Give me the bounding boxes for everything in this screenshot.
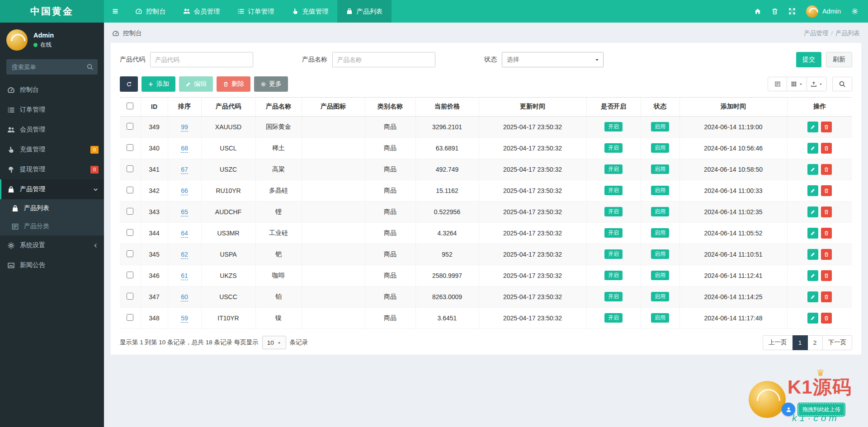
cell-checkbox bbox=[120, 159, 141, 180]
edit-button[interactable]: 编辑 bbox=[179, 76, 213, 92]
row-checkbox[interactable] bbox=[127, 314, 133, 321]
topnav-item-0[interactable]: 控制台 bbox=[127, 0, 175, 23]
edit-row-button[interactable] bbox=[807, 291, 818, 302]
status-select[interactable]: 选择 bbox=[502, 52, 604, 67]
more-button[interactable]: 更多 bbox=[254, 76, 288, 92]
sort-editable-link[interactable]: 99 bbox=[181, 123, 188, 131]
column-checkbox bbox=[120, 98, 141, 116]
cell-code: USCL bbox=[201, 137, 255, 159]
row-checkbox[interactable] bbox=[127, 144, 133, 151]
delete-row-button[interactable] bbox=[821, 291, 832, 302]
clear-cache-button[interactable] bbox=[766, 0, 783, 23]
row-checkbox[interactable] bbox=[127, 272, 133, 278]
edit-row-button[interactable] bbox=[807, 228, 818, 239]
edit-row-button[interactable] bbox=[807, 270, 818, 281]
next-page-button[interactable]: 下一页 bbox=[822, 335, 853, 350]
sort-editable-link[interactable]: 60 bbox=[181, 293, 188, 301]
sidebar-toggle-button[interactable] bbox=[104, 0, 127, 23]
sort-editable-link[interactable]: 68 bbox=[181, 145, 188, 153]
page-button-2[interactable]: 2 bbox=[807, 335, 823, 350]
topnav-item-1[interactable]: 会员管理 bbox=[175, 0, 229, 23]
delete-row-button[interactable] bbox=[821, 249, 832, 260]
refresh-button[interactable]: 刷新 bbox=[826, 52, 852, 67]
submit-button[interactable]: 提交 bbox=[796, 52, 821, 67]
user-menu[interactable]: Admin bbox=[801, 0, 846, 23]
edit-row-button[interactable] bbox=[807, 122, 818, 132]
sort-editable-link[interactable]: 66 bbox=[181, 187, 188, 195]
sidebar-item-2[interactable]: 会员管理 bbox=[0, 120, 104, 140]
delete-row-button[interactable] bbox=[821, 270, 832, 281]
upload-dropzone[interactable]: 拖拽到此处上传 bbox=[798, 404, 844, 416]
select-all-checkbox[interactable] bbox=[127, 103, 133, 109]
pencil-icon bbox=[810, 273, 816, 278]
sort-editable-link[interactable]: 64 bbox=[181, 230, 188, 238]
delete-button[interactable]: 删除 bbox=[217, 76, 250, 92]
prev-page-button[interactable]: 上一页 bbox=[763, 335, 793, 350]
page-button-1[interactable]: 1 bbox=[793, 335, 808, 350]
delete-row-button[interactable] bbox=[821, 313, 832, 324]
edit-row-button[interactable] bbox=[807, 185, 818, 196]
share-button[interactable] bbox=[782, 403, 795, 416]
sidebar-item-1[interactable]: 订单管理 bbox=[0, 100, 104, 120]
product-name-input[interactable] bbox=[332, 52, 435, 67]
sort-editable-link[interactable]: 67 bbox=[181, 166, 188, 174]
search-icon[interactable] bbox=[86, 63, 94, 70]
detail-view-button[interactable] bbox=[768, 77, 787, 91]
sidebar-item-0[interactable]: 控制台 bbox=[0, 80, 104, 100]
cell-name: 多晶硅 bbox=[255, 180, 302, 201]
summary-suffix: 条记录 bbox=[290, 338, 308, 347]
delete-row-button[interactable] bbox=[821, 185, 832, 196]
row-checkbox[interactable] bbox=[127, 293, 133, 300]
sort-editable-link[interactable]: 59 bbox=[181, 314, 188, 323]
edit-row-button[interactable] bbox=[807, 164, 818, 175]
brand-logo[interactable]: 中国黄金 bbox=[0, 0, 104, 23]
add-button[interactable]: 添加 bbox=[142, 76, 175, 92]
product-code-input[interactable] bbox=[150, 52, 253, 67]
sort-editable-link[interactable]: 61 bbox=[181, 272, 188, 280]
cell-category: 商品 bbox=[365, 286, 415, 307]
row-checkbox[interactable] bbox=[127, 229, 133, 236]
row-checkbox[interactable] bbox=[127, 123, 133, 130]
page-size-select[interactable]: 10 bbox=[262, 336, 286, 349]
export-button[interactable] bbox=[807, 77, 827, 91]
sidebar-item-7[interactable]: 新闻公告 bbox=[0, 255, 104, 275]
search-input[interactable] bbox=[6, 59, 98, 75]
topnav-item-3[interactable]: 充值管理 bbox=[283, 0, 337, 23]
fullscreen-button[interactable] bbox=[783, 0, 801, 23]
row-checkbox[interactable] bbox=[127, 208, 133, 215]
sidebar-item-5[interactable]: 产品管理 bbox=[0, 179, 104, 199]
filter-form: 产品代码 产品名称 状态 选择 提交 刷新 bbox=[120, 52, 852, 75]
sidebar-subitem-1[interactable]: 产品分类 bbox=[0, 217, 104, 235]
delete-row-button[interactable] bbox=[821, 143, 832, 154]
row-checkbox[interactable] bbox=[127, 187, 133, 193]
reload-button[interactable] bbox=[120, 76, 138, 92]
pencil-icon bbox=[810, 167, 816, 172]
sidebar-item-3[interactable]: 充值管理0 bbox=[0, 140, 104, 160]
sidebar-subitem-0[interactable]: 产品列表 bbox=[0, 199, 104, 217]
table-search-button[interactable] bbox=[832, 77, 852, 91]
row-checkbox[interactable] bbox=[127, 250, 133, 257]
delete-row-button[interactable] bbox=[821, 206, 832, 217]
sidebar-item-6[interactable]: 系统设置 bbox=[0, 235, 104, 255]
row-checkbox[interactable] bbox=[127, 165, 133, 172]
topnav-item-2[interactable]: 订单管理 bbox=[229, 0, 283, 23]
edit-row-button[interactable] bbox=[807, 249, 818, 260]
table-row: 34365AUDCHF锂商品0.5229562025-04-17 23:50:3… bbox=[120, 201, 852, 222]
edit-row-button[interactable] bbox=[807, 313, 818, 324]
pencil-icon bbox=[810, 209, 816, 215]
delete-row-button[interactable] bbox=[821, 122, 832, 132]
cell-id: 340 bbox=[141, 137, 168, 159]
topnav-item-4[interactable]: 产品列表 bbox=[337, 0, 392, 23]
home-button[interactable] bbox=[749, 0, 766, 23]
edit-row-button[interactable] bbox=[807, 143, 818, 154]
settings-button[interactable] bbox=[846, 0, 863, 23]
column-toggle-button[interactable] bbox=[787, 77, 807, 91]
enabled-badge: 开启 bbox=[604, 207, 623, 216]
sidebar-item-4[interactable]: 提现管理0 bbox=[0, 160, 104, 179]
delete-row-button[interactable] bbox=[821, 164, 832, 175]
edit-row-button[interactable] bbox=[807, 206, 818, 217]
sort-editable-link[interactable]: 62 bbox=[181, 251, 188, 259]
breadcrumb-item[interactable]: 产品管理 bbox=[804, 30, 828, 37]
sort-editable-link[interactable]: 65 bbox=[181, 208, 188, 216]
delete-row-button[interactable] bbox=[821, 228, 832, 239]
